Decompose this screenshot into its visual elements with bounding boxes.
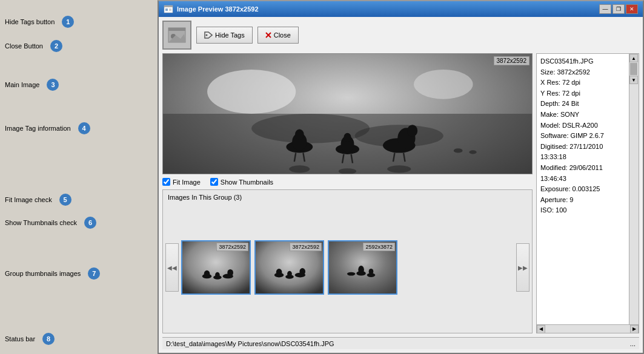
- tag-depth: Depth: 24 Bit: [540, 99, 625, 110]
- svg-point-16: [207, 70, 296, 114]
- svg-point-33: [289, 165, 310, 172]
- thumbnail-placeholder: [162, 21, 191, 50]
- annotation-3: Main Image 3: [5, 79, 59, 91]
- main-image: 3872x2592: [163, 54, 532, 174]
- window-icon: [164, 4, 173, 14]
- status-path: D:\test_data\images\My Pictures\snow\DSC…: [166, 340, 334, 347]
- tags-content: DSC03541fh.JPG Size: 3872x2592 X Res: 72…: [537, 54, 629, 324]
- svg-point-36: [454, 148, 463, 152]
- main-window: Image Preview 3872x2592 — ❐ ✕: [158, 0, 644, 354]
- group-section: Images In This Group (3) ◀◀: [162, 189, 533, 333]
- annotation-8: Status bar 8: [5, 333, 55, 345]
- horizontal-scrollbar[interactable]: ◀ ▶: [537, 324, 639, 333]
- fit-image-input[interactable]: [162, 178, 170, 186]
- svg-point-44: [227, 269, 233, 277]
- thumbnails-row: ◀◀: [165, 205, 529, 330]
- close-icon: [265, 32, 271, 38]
- minimize-button[interactable]: —: [599, 4, 611, 14]
- thumbnail-item-1[interactable]: 3872x2592: [181, 240, 251, 295]
- show-thumbnails-checkbox[interactable]: Show Thumbnails: [210, 178, 273, 186]
- tag-iso: ISO: 100: [540, 205, 625, 216]
- content-area: 3872x2592 Fit Image Show Thumbnails: [162, 53, 639, 333]
- hide-tags-label: Hide Tags: [215, 31, 245, 39]
- status-bar: D:\test_data\images\My Pictures\snow\DSC…: [162, 337, 639, 349]
- annotation-panel: Hide Tags button 1 Close Button 2 Main I…: [0, 0, 158, 354]
- close-button[interactable]: Close: [257, 27, 299, 44]
- svg-point-56: [369, 269, 374, 275]
- group-title: Images In This Group (3): [165, 192, 529, 202]
- hide-tags-button[interactable]: Hide Tags: [196, 27, 253, 44]
- svg-point-20: [295, 129, 304, 140]
- annotation-7: Group thumbnails images 7: [5, 267, 100, 280]
- svg-point-51: [299, 268, 305, 275]
- thumbnail-item-2[interactable]: 3872x2592: [254, 240, 324, 295]
- status-dots: ...: [630, 340, 636, 347]
- toolbar: Hide Tags Close: [162, 21, 639, 50]
- annotation-5: Fit Image check 5: [5, 194, 71, 206]
- annotation-4: Image Tag information 4: [5, 122, 90, 134]
- window-title: Image Preview 3872x2592: [177, 5, 259, 13]
- tag-digitised: Digitised: 27/11/2010 13:33:18: [540, 142, 625, 163]
- svg-point-35: [387, 165, 411, 172]
- tag-aperture: Aperture: 9: [540, 195, 625, 206]
- scroll-right-button[interactable]: ▶▶: [516, 243, 529, 292]
- tag-model: Model: DSLR-A200: [540, 120, 625, 131]
- svg-rect-6: [168, 28, 185, 31]
- main-image-container: 3872x2592: [162, 53, 533, 174]
- fit-image-checkbox[interactable]: Fit Image: [162, 178, 201, 186]
- svg-point-9: [206, 34, 208, 36]
- annotation-2: Close Button 2: [5, 40, 62, 52]
- show-thumbnails-input[interactable]: [210, 178, 218, 186]
- show-thumbnails-label: Show Thumbnails: [221, 179, 273, 186]
- tag-software: Software: GIMP 2.6.7: [540, 131, 625, 142]
- scroll-up-arrow[interactable]: ▲: [629, 54, 638, 62]
- svg-rect-2: [165, 8, 168, 11]
- thumbnail-2-size: 3872x2592: [290, 243, 322, 251]
- tag-size: Size: 3872x2592: [540, 67, 625, 78]
- svg-point-17: [414, 70, 473, 99]
- tag-icon: [204, 31, 213, 39]
- fit-image-label: Fit Image: [173, 179, 201, 186]
- tag-exposure: Exposure: 0.003125: [540, 184, 625, 195]
- title-bar-left: Image Preview 3872x2592: [164, 4, 259, 14]
- image-size-badge: 3872x2592: [494, 56, 530, 65]
- scroll-thumb[interactable]: [630, 63, 637, 75]
- svg-point-49: [287, 271, 292, 277]
- svg-point-30: [407, 125, 417, 136]
- scroll-right-icon: ▶▶: [518, 264, 528, 271]
- tag-yres: Y Res: 72 dpi: [540, 88, 625, 99]
- scroll-right-arrow[interactable]: ▶: [630, 325, 639, 333]
- scroll-left-arrow[interactable]: ◀: [537, 325, 545, 333]
- thumbnail-1-size: 3872x2592: [216, 243, 248, 251]
- title-bar: Image Preview 3872x2592 — ❐ ✕: [159, 1, 643, 17]
- svg-point-25: [344, 133, 351, 142]
- window-close-button[interactable]: ✕: [626, 4, 638, 14]
- restore-button[interactable]: ❐: [612, 4, 625, 14]
- tag-modified: Modified: 29/06/2011 13:46:43: [540, 163, 625, 184]
- tag-filename: DSC03541fh.JPG: [540, 56, 625, 67]
- svg-point-40: [204, 270, 210, 278]
- window-content: Hide Tags Close: [159, 17, 643, 353]
- annotation-1: Hide Tags button 1: [5, 16, 74, 28]
- tag-xres: X Res: 72 dpi: [540, 77, 625, 88]
- svg-point-42: [215, 272, 220, 278]
- tags-inner: DSC03541fh.JPG Size: 3872x2592 X Res: 72…: [537, 54, 639, 324]
- thumbnail-3-size: 2592x3872: [363, 243, 395, 251]
- thumbnail-icon: [167, 25, 187, 45]
- title-bar-controls: — ❐ ✕: [599, 4, 638, 14]
- svg-point-57: [347, 272, 356, 276]
- svg-point-47: [276, 269, 282, 276]
- tag-make: Make: SONY: [540, 110, 625, 120]
- tags-scrollbar[interactable]: ▲ ▼: [629, 54, 639, 324]
- thumbnails-list: 3872x2592: [181, 240, 514, 295]
- svg-point-37: [469, 150, 476, 154]
- scroll-left-button[interactable]: ◀◀: [165, 243, 179, 292]
- main-image-svg: [163, 54, 532, 174]
- image-area: 3872x2592 Fit Image Show Thumbnails: [162, 53, 533, 333]
- thumbnail-item-3[interactable]: 2592x3872: [328, 240, 397, 295]
- close-label: Close: [274, 31, 291, 39]
- scroll-down-arrow[interactable]: ▼: [629, 76, 638, 84]
- tags-panel: DSC03541fh.JPG Size: 3872x2592 X Res: 72…: [536, 53, 639, 333]
- svg-rect-1: [164, 5, 173, 7]
- annotation-6: Show Thumbnails check 6: [5, 217, 96, 229]
